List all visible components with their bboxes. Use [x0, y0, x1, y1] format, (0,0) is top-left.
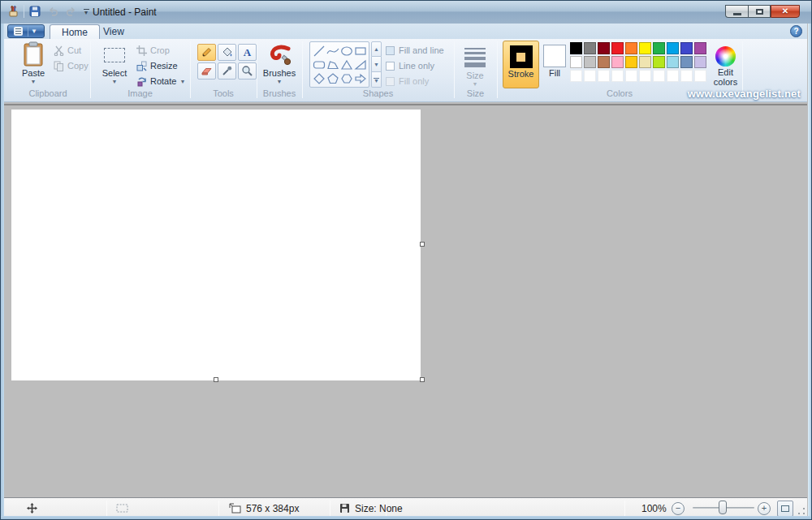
- close-icon: ✕: [782, 7, 788, 15]
- brushes-button[interactable]: Brushes ▼: [261, 41, 297, 88]
- zoom-slider-track[interactable]: [693, 507, 754, 509]
- minimize-button[interactable]: [725, 5, 748, 18]
- color-swatch[interactable]: [625, 56, 637, 68]
- shape-polygon[interactable]: [326, 58, 339, 71]
- tab-view[interactable]: View: [92, 24, 136, 39]
- fill-color-button[interactable]: Fill: [541, 41, 568, 88]
- shape-ellipse[interactable]: [339, 44, 353, 58]
- save-icon[interactable]: [28, 4, 42, 19]
- crop-label: Crop: [150, 45, 170, 55]
- color-swatch[interactable]: [639, 56, 651, 68]
- eraser-tool-button[interactable]: [197, 62, 216, 80]
- color-swatch[interactable]: [667, 42, 679, 54]
- copy-label: Copy: [67, 61, 89, 71]
- zoom-slider-thumb[interactable]: [719, 501, 727, 514]
- image-size-icon: [228, 503, 241, 514]
- shape-triangle[interactable]: [339, 58, 353, 71]
- shape-pentagon[interactable]: [326, 71, 339, 85]
- color-swatch[interactable]: [639, 42, 651, 54]
- paste-button[interactable]: Paste ▼: [16, 41, 50, 88]
- canvas-resize-handle-bottom[interactable]: [214, 377, 218, 382]
- status-separator: [330, 501, 330, 516]
- edit-colors-button[interactable]: Edit colors: [709, 41, 742, 88]
- color-swatch[interactable]: [584, 56, 596, 68]
- color-swatch[interactable]: [598, 42, 610, 54]
- color-swatch[interactable]: [694, 56, 706, 68]
- rotate-icon: [136, 76, 147, 87]
- color-swatch[interactable]: [611, 42, 624, 54]
- qat-separator: [24, 5, 24, 18]
- shapes-scroll-up-button[interactable]: ▲: [371, 41, 382, 57]
- line-only-icon: [386, 62, 395, 71]
- maximize-button[interactable]: [748, 5, 771, 18]
- paste-icon: [23, 41, 44, 67]
- rotate-button[interactable]: Rotate ▼: [136, 74, 185, 88]
- pencil-icon: [201, 46, 213, 58]
- fill-with-color-icon: [221, 46, 233, 58]
- color-swatch[interactable]: [667, 56, 679, 68]
- shape-rounded-rectangle[interactable]: [312, 58, 326, 71]
- close-button[interactable]: ✕: [771, 5, 800, 18]
- application-menu-button[interactable]: ▼: [7, 24, 45, 38]
- empty-color-swatch[interactable]: [680, 70, 693, 82]
- size-label: Size: [466, 71, 483, 80]
- color-swatch[interactable]: [598, 56, 610, 68]
- resize-button[interactable]: Resize: [136, 58, 178, 73]
- magnifier-tool-button[interactable]: [238, 62, 257, 80]
- color-swatch[interactable]: [570, 56, 582, 68]
- customize-qat-chevron-icon[interactable]: ▾: [81, 4, 91, 19]
- window-resize-grip[interactable]: [797, 507, 806, 515]
- shape-diamond[interactable]: [312, 71, 326, 85]
- shape-curve[interactable]: [326, 44, 339, 58]
- chevron-down-icon: ▼: [112, 79, 118, 84]
- fill-label: Fill: [549, 68, 560, 78]
- shape-rectangle[interactable]: [353, 44, 367, 58]
- select-button[interactable]: Select ▼: [97, 41, 132, 88]
- color-swatch[interactable]: [625, 42, 637, 54]
- color-swatch[interactable]: [680, 56, 693, 68]
- maximize-icon: [756, 9, 763, 15]
- shapes-scrollbar: ▲ ▼ ▼: [371, 41, 382, 88]
- shape-right-triangle[interactable]: [353, 58, 367, 71]
- menu-list-icon: [14, 27, 23, 36]
- cut-label: Cut: [67, 45, 81, 55]
- color-swatch[interactable]: [611, 56, 624, 68]
- shapes-group-label: Shapes: [302, 88, 454, 100]
- color-picker-tool-button[interactable]: [218, 62, 236, 80]
- select-icon: [104, 48, 125, 62]
- selection-size-icon: [116, 504, 128, 513]
- color-swatch[interactable]: [653, 56, 665, 68]
- shapes-more-button[interactable]: ▼: [371, 72, 382, 88]
- shape-arrow[interactable]: [353, 71, 367, 85]
- empty-color-swatch[interactable]: [611, 70, 624, 82]
- color-swatch[interactable]: [653, 42, 665, 54]
- empty-color-swatch[interactable]: [639, 70, 651, 82]
- color-swatch[interactable]: [694, 42, 706, 54]
- stroke-color-button[interactable]: Stroke: [503, 41, 539, 88]
- empty-color-swatch[interactable]: [570, 70, 582, 82]
- shape-hexagon[interactable]: [339, 71, 353, 85]
- paint-app-icon[interactable]: [6, 4, 20, 19]
- shape-line[interactable]: [312, 44, 326, 58]
- canvas-resize-handle-right[interactable]: [420, 242, 425, 247]
- empty-color-swatch[interactable]: [625, 70, 637, 82]
- empty-color-swatch[interactable]: [584, 70, 596, 82]
- text-tool-button[interactable]: A: [238, 44, 257, 61]
- help-button[interactable]: ?: [790, 25, 802, 37]
- drawing-canvas[interactable]: [11, 110, 421, 380]
- canvas-resize-handle-corner[interactable]: [420, 377, 425, 382]
- pencil-tool-button[interactable]: [197, 44, 216, 61]
- undo-icon: [45, 4, 60, 19]
- color-swatch[interactable]: [570, 42, 582, 54]
- ribbon: Paste ▼ Cut Copy Clipboard Select ▼: [4, 39, 807, 102]
- empty-color-swatch[interactable]: [694, 70, 706, 82]
- empty-color-swatch[interactable]: [598, 70, 610, 82]
- fill-swatch: [543, 45, 566, 67]
- empty-color-swatch[interactable]: [667, 70, 679, 82]
- canvas-work-area: [4, 104, 807, 497]
- color-swatch[interactable]: [680, 42, 693, 54]
- shapes-scroll-down-button[interactable]: ▼: [371, 57, 382, 72]
- fill-with-color-tool-button[interactable]: [218, 44, 236, 61]
- empty-color-swatch[interactable]: [653, 70, 665, 82]
- color-swatch[interactable]: [584, 42, 596, 54]
